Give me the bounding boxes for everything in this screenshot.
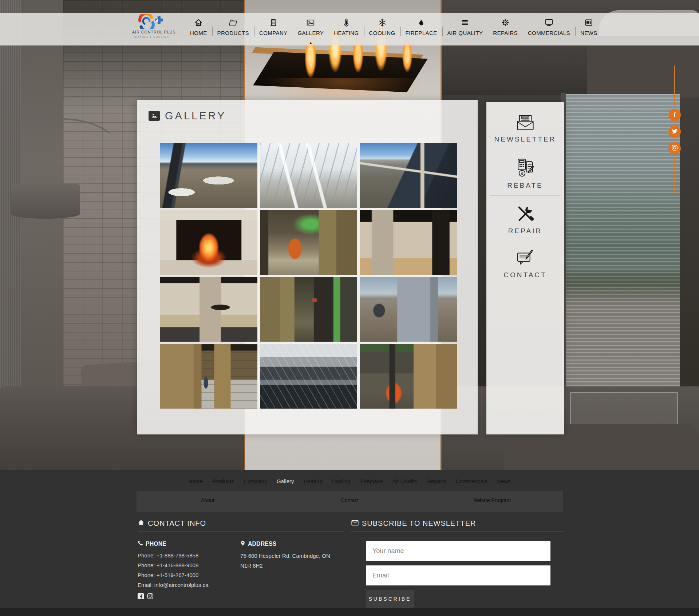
footer-link-gallery[interactable]: Gallery <box>277 478 294 484</box>
twitter-icon <box>671 128 678 136</box>
footer-link-commercials[interactable]: Commercials <box>455 478 487 484</box>
footer-bottom-bar <box>0 608 699 616</box>
newsletter-section: SUBSCRIBE TO NEWSLETTER SUBSCRIBE <box>351 519 564 608</box>
gallery-title-icon <box>149 111 160 121</box>
location-pin-icon <box>240 540 245 548</box>
phone-number[interactable]: Phone: +1-519-267-4000 <box>138 570 240 580</box>
nav-label: COMMERCIALS <box>528 30 570 36</box>
quick-item-newsletter[interactable]: NEWS NEWSLETTER <box>486 102 564 150</box>
address-line: N1R 8H2 <box>240 561 330 571</box>
gallery-photo[interactable] <box>160 344 257 409</box>
phone-icon <box>138 540 143 547</box>
background-lamp-arc <box>0 118 124 195</box>
nav-label: COOLING <box>369 30 395 36</box>
quick-item-label: REPAIR <box>486 227 564 235</box>
newsletter-name-input[interactable] <box>366 541 550 561</box>
contact-info-section: CONTACT INFO PHONE Phone: +1-888-798-585… <box>138 519 344 599</box>
gallery-photo[interactable] <box>160 143 257 208</box>
gallery-photo[interactable] <box>160 277 257 342</box>
subscribe-button[interactable]: SUBSCRIBE <box>366 590 414 608</box>
gallery-photo[interactable] <box>360 143 457 208</box>
nav-item-air-quality[interactable]: AIR QUALITY <box>442 13 488 45</box>
phone-number[interactable]: Phone: +1-416-888-9008 <box>138 560 240 570</box>
brand-logo[interactable]: AIR CONTROL PLUS HEATING & COOLING <box>132 14 170 38</box>
nav-label: GALLERY <box>298 30 324 36</box>
nav-label: HEATING <box>334 30 359 36</box>
nav-item-commercials[interactable]: COMMERCIALS <box>523 13 575 45</box>
nav-item-gallery[interactable]: GALLERY ▲ <box>293 13 329 45</box>
footer: Home Products Company Gallery Heating Co… <box>0 470 699 616</box>
quick-item-repair[interactable]: REPAIR <box>486 196 564 241</box>
footer-social <box>138 593 240 599</box>
quick-item-label: REBATE <box>486 182 564 190</box>
nav-label: HOME <box>190 30 207 36</box>
nav-item-fireplace[interactable]: FIREPLACE <box>400 13 442 45</box>
facebook-button[interactable]: f <box>668 109 681 121</box>
gallery-photo[interactable] <box>260 344 357 409</box>
gallery-photo[interactable] <box>260 143 357 208</box>
title-divider <box>149 128 466 128</box>
page: AIR CONTROL PLUS HEATING & COOLING HOME … <box>0 0 699 616</box>
quick-item-contact[interactable]: CONTACT <box>486 241 564 279</box>
footer-link-repairs[interactable]: Repairs <box>427 478 446 484</box>
footer-link-about[interactable]: About <box>137 491 279 503</box>
svg-text:NEWS: NEWS <box>522 117 529 119</box>
background-lamp-shade <box>11 184 80 219</box>
footer-link-news[interactable]: News <box>497 478 511 484</box>
flame-icon <box>416 18 426 27</box>
background-sofa <box>587 36 699 98</box>
gallery-grid <box>160 143 457 409</box>
brand-name: AIR CONTROL PLUS <box>132 30 170 34</box>
nav-item-products[interactable]: PRODUCTS <box>212 13 254 45</box>
nav-item-heating[interactable]: HEATING <box>329 13 364 45</box>
footer-link-rebate-program[interactable]: Rebate Program <box>421 491 563 503</box>
nav-label: AIR QUALITY <box>447 30 483 36</box>
air-lines-icon <box>460 18 470 27</box>
svg-text:$: $ <box>521 171 523 175</box>
gallery-photo[interactable] <box>360 344 457 409</box>
footer-link-cooling[interactable]: Cooling <box>332 478 351 484</box>
nav-item-home[interactable]: HOME <box>185 13 212 45</box>
email-address[interactable]: Email: info@aircontrolplus.ca <box>138 580 240 590</box>
nav-label: PRODUCTS <box>217 30 249 36</box>
contact-message-icon <box>515 262 536 269</box>
gallery-panel: GALLERY <box>137 100 478 434</box>
gallery-photo[interactable] <box>160 210 257 275</box>
picture-icon <box>306 18 315 27</box>
brand-logo-mark <box>134 14 168 29</box>
footer-link-fireplace[interactable]: Fireplace <box>360 478 383 484</box>
facebook-icon[interactable] <box>138 593 144 599</box>
nav-item-news[interactable]: NEWS <box>575 13 603 45</box>
phone-heading: PHONE <box>138 540 240 547</box>
address-heading: ADDRESS <box>240 540 330 548</box>
quick-item-rebate[interactable]: $ REBATE <box>486 150 564 195</box>
footer-link-company[interactable]: Company <box>244 478 267 484</box>
nav-item-repairs[interactable]: REPAIRS <box>488 13 523 45</box>
rail-line <box>674 65 675 106</box>
gallery-photo[interactable] <box>260 210 357 275</box>
nav-item-company[interactable]: COMPANY <box>254 13 293 45</box>
footer-link-contact[interactable]: Contact <box>279 491 421 503</box>
quick-item-label: CONTACT <box>486 271 564 279</box>
folder-icon <box>228 18 238 27</box>
instagram-button[interactable] <box>668 142 681 155</box>
quick-links-panel: NEWS NEWSLETTER $ REBATE REPAIR CONTACT <box>486 102 564 434</box>
active-indicator: ▲ <box>309 41 312 45</box>
twitter-button[interactable] <box>668 126 681 138</box>
footer-link-products[interactable]: Products <box>213 478 234 484</box>
footer-link-heating[interactable]: Heating <box>304 478 323 484</box>
footer-link-home[interactable]: Home <box>188 478 203 484</box>
brand-tagline: HEATING & COOLING <box>132 35 170 38</box>
gallery-photo[interactable] <box>360 210 457 275</box>
gallery-photo[interactable] <box>260 277 357 342</box>
footer-link-air-quality[interactable]: Air Quality <box>392 478 418 484</box>
repair-tools-icon <box>515 218 536 224</box>
nav-item-cooling[interactable]: COOLING <box>364 13 400 45</box>
instagram-icon[interactable] <box>147 593 153 599</box>
newsletter-email-input[interactable] <box>366 565 550 585</box>
top-navbar: AIR CONTROL PLUS HEATING & COOLING HOME … <box>0 13 699 45</box>
phone-number[interactable]: Phone: +1-888-798-5858 <box>138 551 240 560</box>
nav-label: COMPANY <box>259 30 288 36</box>
footer-links: Home Products Company Gallery Heating Co… <box>0 478 699 485</box>
gallery-photo[interactable] <box>360 277 457 342</box>
